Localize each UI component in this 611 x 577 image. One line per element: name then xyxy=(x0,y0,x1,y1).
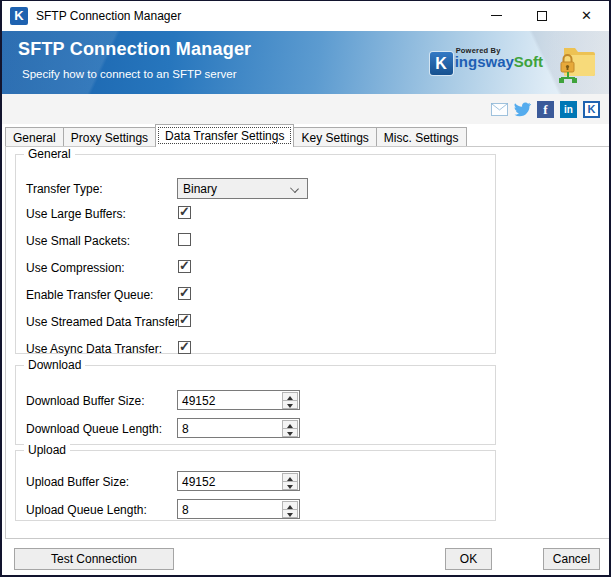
cancel-button[interactable]: Cancel xyxy=(543,548,600,570)
spinner xyxy=(282,420,298,436)
general-group: General Transfer Type: Binary Use Large … xyxy=(15,154,496,354)
download-group: Download Download Buffer Size: 49152 Dow… xyxy=(15,365,496,445)
minimize-button[interactable] xyxy=(474,1,519,30)
download-buffer-size-input[interactable]: 49152 xyxy=(177,390,300,410)
window-title: SFTP Connection Manager xyxy=(36,9,181,23)
dialog-header: SFTP Connection Manager Specify how to c… xyxy=(2,31,609,94)
spin-down-button[interactable] xyxy=(282,509,298,518)
use-large-buffers-label: Use Large Buffers: xyxy=(26,207,126,221)
app-icon: K xyxy=(10,7,28,25)
transfer-type-select[interactable]: Binary xyxy=(177,178,308,199)
social-links-bar: f in K xyxy=(2,94,609,124)
check-icon: ✓ xyxy=(179,339,190,354)
check-icon: ✓ xyxy=(179,204,190,219)
spin-down-button[interactable] xyxy=(282,428,298,437)
brand-name: ingswaySoft xyxy=(455,55,543,69)
transfer-type-label: Transfer Type: xyxy=(26,182,103,196)
spinner xyxy=(282,501,298,517)
maximize-icon xyxy=(537,11,547,21)
download-buffer-size-label: Download Buffer Size: xyxy=(26,394,145,408)
spinner xyxy=(282,473,298,489)
test-connection-button[interactable]: Test Connection xyxy=(14,548,174,570)
title-bar: K SFTP Connection Manager ✕ xyxy=(2,1,609,30)
tab-data-transfer-settings[interactable]: Data Transfer Settings xyxy=(155,124,294,147)
use-large-buffers-checkbox[interactable]: ✓ xyxy=(178,206,191,219)
use-compression-checkbox[interactable]: ✓ xyxy=(178,260,191,273)
upload-group: Upload Upload Buffer Size: 49152 Upload … xyxy=(15,450,496,521)
tab-strip: General Proxy Settings Data Transfer Set… xyxy=(5,124,606,147)
tab-general[interactable]: General xyxy=(5,127,64,147)
use-streamed-data-transfer-label: Use Streamed Data Transfer: xyxy=(26,315,182,329)
brand-soft: Soft xyxy=(514,53,543,70)
minimize-icon xyxy=(491,15,502,16)
data-transfer-settings-page: General Transfer Type: Binary Use Large … xyxy=(5,146,610,539)
upload-buffer-size-label: Upload Buffer Size: xyxy=(26,475,129,489)
enable-transfer-queue-checkbox[interactable]: ✓ xyxy=(178,287,191,300)
brand-kingsway: ingsway xyxy=(455,53,514,70)
tab-proxy-settings[interactable]: Proxy Settings xyxy=(63,127,156,147)
sftp-folder-lock-icon xyxy=(558,42,596,84)
general-group-title: General xyxy=(24,147,75,161)
chevron-down-icon xyxy=(290,184,299,193)
maximize-button[interactable] xyxy=(519,1,564,30)
use-small-packets-label: Use Small Packets: xyxy=(26,234,130,248)
use-async-data-transfer-label: Use Async Data Transfer: xyxy=(26,342,162,356)
close-icon: ✕ xyxy=(581,9,592,22)
use-compression-label: Use Compression: xyxy=(26,261,125,275)
enable-transfer-queue-label: Enable Transfer Queue: xyxy=(26,288,153,302)
header-title: SFTP Connection Manager xyxy=(18,39,251,60)
use-async-data-transfer-checkbox[interactable]: ✓ xyxy=(178,341,191,354)
upload-buffer-size-value: 49152 xyxy=(182,475,215,489)
spin-down-button[interactable] xyxy=(282,481,298,490)
upload-group-title: Upload xyxy=(24,443,70,457)
download-queue-length-label: Download Queue Length: xyxy=(26,422,162,436)
spinner xyxy=(282,392,298,408)
download-queue-length-input[interactable]: 8 xyxy=(177,418,300,438)
twitter-icon[interactable] xyxy=(514,101,531,118)
tab-misc-settings[interactable]: Misc. Settings xyxy=(376,127,467,147)
kingswaysoft-k-icon: K xyxy=(430,52,453,75)
check-icon: ✓ xyxy=(179,285,190,300)
window-controls: ✕ xyxy=(474,1,609,30)
close-button[interactable]: ✕ xyxy=(564,1,609,30)
upload-queue-length-label: Upload Queue Length: xyxy=(26,503,147,517)
header-subtitle: Specify how to connect to an SFTP server xyxy=(22,68,237,80)
transfer-type-value: Binary xyxy=(183,182,217,196)
ok-button[interactable]: OK xyxy=(445,548,492,570)
download-queue-length-value: 8 xyxy=(182,422,189,436)
kingswaysoft-logo: K Powered By ingswaySoft xyxy=(430,46,543,75)
check-icon: ✓ xyxy=(179,258,190,273)
linkedin-icon[interactable]: in xyxy=(560,101,577,118)
upload-buffer-size-input[interactable]: 49152 xyxy=(177,471,300,491)
download-buffer-size-value: 49152 xyxy=(182,394,215,408)
email-icon[interactable] xyxy=(491,101,508,118)
upload-queue-length-input[interactable]: 8 xyxy=(177,499,300,519)
kingswaysoft-badge-icon[interactable]: K xyxy=(583,101,600,118)
upload-queue-length-value: 8 xyxy=(182,503,189,517)
use-small-packets-checkbox[interactable] xyxy=(178,233,191,246)
download-group-title: Download xyxy=(24,358,85,372)
check-icon: ✓ xyxy=(179,312,190,327)
use-streamed-data-transfer-checkbox[interactable]: ✓ xyxy=(178,314,191,327)
spin-down-button[interactable] xyxy=(282,400,298,409)
sftp-connection-manager-dialog: { "window": { "title": "SFTP Connection … xyxy=(0,0,611,577)
tab-key-settings[interactable]: Key Settings xyxy=(293,127,376,147)
facebook-icon[interactable]: f xyxy=(537,101,554,118)
